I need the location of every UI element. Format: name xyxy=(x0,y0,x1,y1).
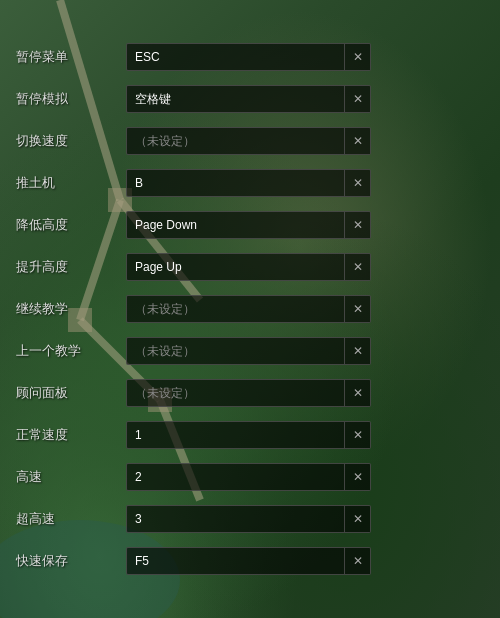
keybind-clear-button[interactable]: ✕ xyxy=(345,169,371,197)
keybind-clear-button[interactable]: ✕ xyxy=(345,505,371,533)
keybind-input[interactable]: （未设定） xyxy=(126,127,345,155)
keybind-input[interactable]: F5 xyxy=(126,547,345,575)
keybind-label: 高速 xyxy=(16,468,126,486)
keybind-clear-button[interactable]: ✕ xyxy=(345,379,371,407)
keybind-wrapper: ESC✕ xyxy=(126,43,371,71)
keybind-clear-button[interactable]: ✕ xyxy=(345,85,371,113)
keybind-label: 继续教学 xyxy=(16,300,126,318)
keybind-row: 提升高度Page Up✕ xyxy=(0,246,500,288)
keybind-clear-button[interactable]: ✕ xyxy=(345,421,371,449)
keybind-row: 超高速3✕ xyxy=(0,498,500,540)
keybind-row: 暂停菜单ESC✕ xyxy=(0,36,500,78)
keybind-label: 降低高度 xyxy=(16,216,126,234)
keybind-wrapper: （未设定）✕ xyxy=(126,337,371,365)
keybind-input[interactable]: Page Down xyxy=(126,211,345,239)
keybind-clear-button[interactable]: ✕ xyxy=(345,127,371,155)
keybind-label: 暂停菜单 xyxy=(16,48,126,66)
keybind-label: 顾问面板 xyxy=(16,384,126,402)
keybind-clear-button[interactable]: ✕ xyxy=(345,337,371,365)
keybind-wrapper: （未设定）✕ xyxy=(126,127,371,155)
keybind-row: 推土机B✕ xyxy=(0,162,500,204)
keybind-row: 上一个教学（未设定）✕ xyxy=(0,330,500,372)
keybind-row: 继续教学（未设定）✕ xyxy=(0,288,500,330)
keybind-clear-button[interactable]: ✕ xyxy=(345,43,371,71)
keybind-wrapper: 3✕ xyxy=(126,505,371,533)
keybind-input[interactable]: （未设定） xyxy=(126,379,345,407)
keybind-input[interactable]: （未设定） xyxy=(126,295,345,323)
keybind-wrapper: Page Up✕ xyxy=(126,253,371,281)
keybind-clear-button[interactable]: ✕ xyxy=(345,547,371,575)
keybind-row: 正常速度1✕ xyxy=(0,414,500,456)
keybind-row: 切换速度（未设定）✕ xyxy=(0,120,500,162)
keybind-wrapper: 空格键✕ xyxy=(126,85,371,113)
keybind-wrapper: 2✕ xyxy=(126,463,371,491)
keybind-wrapper: （未设定）✕ xyxy=(126,295,371,323)
keybind-input[interactable]: 2 xyxy=(126,463,345,491)
keybind-label: 推土机 xyxy=(16,174,126,192)
keybind-input[interactable]: B xyxy=(126,169,345,197)
keybinding-list: 暂停菜单ESC✕暂停模拟空格键✕切换速度（未设定）✕推土机B✕降低高度Page … xyxy=(0,0,500,618)
keybind-row: 暂停模拟空格键✕ xyxy=(0,78,500,120)
keybind-input[interactable]: （未设定） xyxy=(126,337,345,365)
keybind-clear-button[interactable]: ✕ xyxy=(345,463,371,491)
keybind-label: 切换速度 xyxy=(16,132,126,150)
keybind-input[interactable]: ESC xyxy=(126,43,345,71)
keybind-wrapper: （未设定）✕ xyxy=(126,379,371,407)
keybind-row: 顾问面板（未设定）✕ xyxy=(0,372,500,414)
keybind-clear-button[interactable]: ✕ xyxy=(345,211,371,239)
keybind-label: 快速保存 xyxy=(16,552,126,570)
keybind-wrapper: B✕ xyxy=(126,169,371,197)
keybind-label: 提升高度 xyxy=(16,258,126,276)
keybind-wrapper: 1✕ xyxy=(126,421,371,449)
keybind-row: 快速保存F5✕ xyxy=(0,540,500,582)
keybind-clear-button[interactable]: ✕ xyxy=(345,253,371,281)
keybind-row: 高速2✕ xyxy=(0,456,500,498)
keybind-label: 上一个教学 xyxy=(16,342,126,360)
keybind-label: 暂停模拟 xyxy=(16,90,126,108)
keybind-label: 超高速 xyxy=(16,510,126,528)
keybind-wrapper: F5✕ xyxy=(126,547,371,575)
keybind-clear-button[interactable]: ✕ xyxy=(345,295,371,323)
keybind-input[interactable]: 3 xyxy=(126,505,345,533)
keybind-input[interactable]: 空格键 xyxy=(126,85,345,113)
keybind-wrapper: Page Down✕ xyxy=(126,211,371,239)
keybind-input[interactable]: 1 xyxy=(126,421,345,449)
keybind-row: 降低高度Page Down✕ xyxy=(0,204,500,246)
keybind-input[interactable]: Page Up xyxy=(126,253,345,281)
keybind-label: 正常速度 xyxy=(16,426,126,444)
